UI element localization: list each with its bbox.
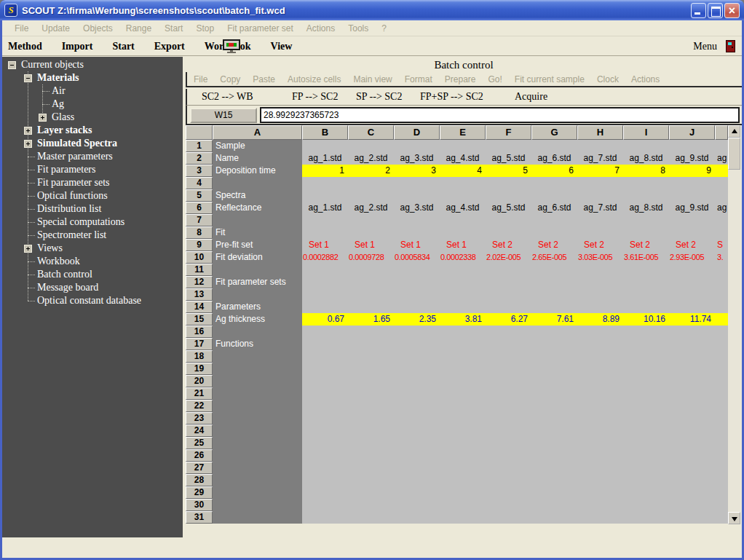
row-header-2[interactable]: 2: [186, 152, 213, 165]
cell-c12[interactable]: [348, 276, 394, 288]
cell-i8[interactable]: [623, 226, 669, 239]
cell-partial-18[interactable]: [715, 350, 728, 363]
cell-b23[interactable]: [302, 412, 348, 425]
cell-f14[interactable]: [486, 301, 531, 313]
cell-h23[interactable]: [577, 412, 623, 425]
cell-e14[interactable]: [440, 301, 486, 313]
menu-item-start[interactable]: Start: [158, 23, 189, 33]
cell-f13[interactable]: [486, 288, 531, 301]
expand-glass-icon[interactable]: [39, 114, 47, 122]
column-header-g[interactable]: G: [531, 125, 577, 140]
cell-g15[interactable]: 7.61: [531, 313, 577, 326]
menu-item-fit-parameter-set[interactable]: Fit parameter set: [221, 23, 300, 33]
tree-item-spectrometer-list[interactable]: Spectrometer list: [37, 229, 106, 242]
cell-g5[interactable]: [531, 189, 577, 202]
cell-c29[interactable]: [348, 486, 394, 499]
cell-partial-14[interactable]: [715, 301, 728, 313]
cell-partial-5[interactable]: [715, 189, 728, 202]
cell-b11[interactable]: [302, 264, 348, 276]
cell-c9[interactable]: Set 1: [348, 239, 394, 251]
tree-item-layer-stacks[interactable]: Layer stacks: [37, 124, 92, 137]
cell-d27[interactable]: [394, 462, 440, 474]
cell-partial-30[interactable]: [715, 499, 728, 511]
cell-d8[interactable]: [394, 226, 440, 239]
cell-d3[interactable]: 3: [394, 165, 440, 177]
cell-e23[interactable]: [440, 412, 486, 425]
cell-i17[interactable]: [623, 338, 669, 350]
cell-e4[interactable]: [440, 177, 486, 189]
column-header-e[interactable]: E: [440, 125, 486, 140]
cell-partial-28[interactable]: [715, 474, 728, 486]
cell-i23[interactable]: [623, 412, 669, 425]
cell-a7[interactable]: [213, 214, 302, 226]
cell-d6[interactable]: ag_3.std: [394, 202, 440, 214]
cell-a5[interactable]: Spectra: [213, 189, 302, 202]
cell-h15[interactable]: 8.89: [577, 313, 623, 326]
cell-i6[interactable]: ag_8.std: [623, 202, 669, 214]
cell-g11[interactable]: [531, 264, 577, 276]
corner-cell[interactable]: [186, 125, 213, 140]
cell-g16[interactable]: [531, 326, 577, 338]
tree-item-fit-parameters[interactable]: Fit parameters: [37, 163, 95, 176]
cell-c26[interactable]: [348, 449, 394, 462]
cell-f4[interactable]: [486, 177, 531, 189]
row-header-26[interactable]: 26: [186, 449, 213, 462]
cell-c3[interactable]: 2: [348, 165, 394, 177]
cell-partial-15[interactable]: [715, 313, 728, 326]
cell-g9[interactable]: Set 2: [531, 239, 577, 251]
cell-a15[interactable]: Ag thickness: [213, 313, 302, 326]
cell-d11[interactable]: [394, 264, 440, 276]
cell-b5[interactable]: [302, 189, 348, 202]
row-header-19[interactable]: 19: [186, 363, 213, 375]
cell-d12[interactable]: [394, 276, 440, 288]
column-header-c[interactable]: C: [348, 125, 394, 140]
batch-menu-item-clock[interactable]: Clock: [597, 74, 619, 84]
cell-partial-3[interactable]: [715, 165, 728, 177]
cell-j25[interactable]: [669, 437, 715, 449]
cell-e18[interactable]: [440, 350, 486, 363]
tree-item-current-objects[interactable]: Current objects: [21, 58, 84, 71]
cell-a28[interactable]: [213, 474, 302, 486]
batch-button-fp-sp-sc2[interactable]: FP+SP --> SC2: [420, 89, 483, 105]
cell-b29[interactable]: [302, 486, 348, 499]
cell-partial-24[interactable]: [715, 425, 728, 437]
cell-b2[interactable]: ag_1.std: [302, 152, 348, 165]
cell-f7[interactable]: [486, 214, 531, 226]
column-header-partial[interactable]: [715, 125, 728, 140]
cell-i19[interactable]: [623, 363, 669, 375]
batch-menu-item-autosize-cells[interactable]: Autosize cells: [288, 74, 341, 84]
expand-layer-stacks-icon[interactable]: [24, 127, 32, 135]
cell-f10[interactable]: 2.02E-005: [486, 251, 531, 264]
cell-d1[interactable]: [394, 140, 440, 152]
cell-g2[interactable]: ag_6.std: [531, 152, 577, 165]
cell-e10[interactable]: 0.0002338: [440, 251, 486, 264]
row-header-11[interactable]: 11: [186, 264, 213, 276]
column-header-a[interactable]: A: [213, 125, 302, 140]
cell-f2[interactable]: ag_5.std: [486, 152, 531, 165]
cell-h31[interactable]: [577, 511, 623, 524]
cell-h26[interactable]: [577, 449, 623, 462]
cell-a27[interactable]: [213, 462, 302, 474]
cell-e29[interactable]: [440, 486, 486, 499]
tree-item-distribution-list[interactable]: Distribution list: [37, 202, 101, 216]
row-header-23[interactable]: 23: [186, 412, 213, 425]
cell-f12[interactable]: [486, 276, 531, 288]
cell-i20[interactable]: [623, 375, 669, 387]
cell-partial-8[interactable]: [715, 226, 728, 239]
cell-i13[interactable]: [623, 288, 669, 301]
cell-g31[interactable]: [531, 511, 577, 524]
row-header-25[interactable]: 25: [186, 437, 213, 449]
cell-f11[interactable]: [486, 264, 531, 276]
cell-e17[interactable]: [440, 338, 486, 350]
cell-partial-27[interactable]: [715, 462, 728, 474]
cell-f15[interactable]: 6.27: [486, 313, 531, 326]
cell-c15[interactable]: 1.65: [348, 313, 394, 326]
cell-e16[interactable]: [440, 326, 486, 338]
tree-item-master-parameters[interactable]: Master parameters: [37, 150, 113, 163]
cell-e26[interactable]: [440, 449, 486, 462]
cell-c22[interactable]: [348, 400, 394, 412]
cell-d16[interactable]: [394, 326, 440, 338]
cell-j15[interactable]: 11.74: [669, 313, 715, 326]
cell-h28[interactable]: [577, 474, 623, 486]
cell-e15[interactable]: 3.81: [440, 313, 486, 326]
